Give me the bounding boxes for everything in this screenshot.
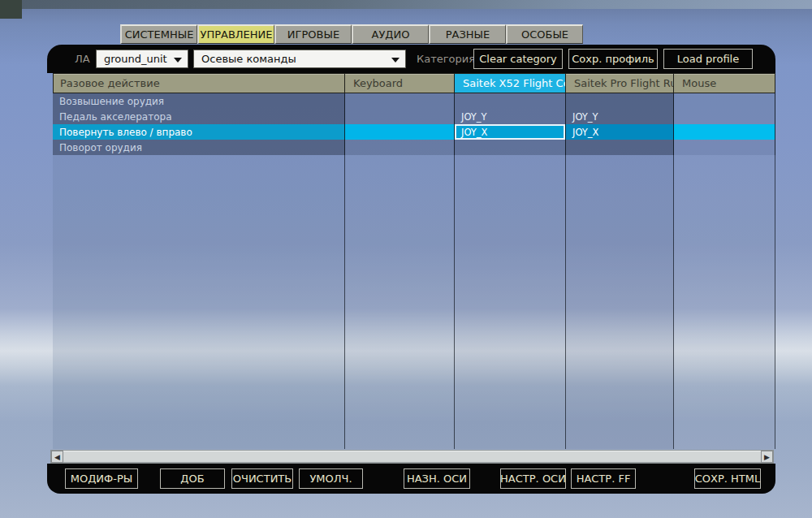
options-tab-bar: СИСТЕМНЫЕ УПРАВЛЕНИЕ ИГРОВЫЕ АУДИО РАЗНЫ… <box>120 24 583 44</box>
mouse-cell[interactable] <box>674 109 775 124</box>
bottom-action-bar: МОДИФ-РЫ ДОБ ОЧИСТИТЬ УМОЛЧ. НАЗН. ОСИ Н… <box>47 464 775 494</box>
aircraft-select-value: ground_unit <box>104 53 167 65</box>
scroll-left-button[interactable]: ◀ <box>51 451 63 463</box>
default-button[interactable]: УМОЛЧ. <box>299 468 363 489</box>
mouse-cell[interactable] <box>674 93 775 109</box>
tab-system[interactable]: СИСТЕМНЫЕ <box>120 24 197 44</box>
background-top-strip <box>0 0 812 9</box>
mouse-cell[interactable] <box>674 124 775 140</box>
scroll-right-button[interactable]: ▶ <box>761 451 773 463</box>
column-header-keyboard[interactable]: Keyboard <box>345 73 455 93</box>
add-button[interactable]: ДОБ <box>160 468 225 489</box>
horizontal-scrollbar[interactable]: ◀ ▶ <box>50 450 774 464</box>
tab-special[interactable]: ОСОБЫЕ <box>506 24 583 44</box>
action-cell[interactable]: Возвышение орудия <box>53 93 345 109</box>
aircraft-select[interactable]: ground_unit <box>96 50 188 68</box>
bindings-table-body: Возвышение орудия Педаль акселератора JO… <box>53 93 775 449</box>
category-select-value: Осевые команды <box>201 53 296 65</box>
scrollbar-thumb[interactable] <box>63 451 761 463</box>
keyboard-cell[interactable] <box>345 140 455 155</box>
keyboard-cell[interactable] <box>345 109 455 124</box>
table-row[interactable]: Поворот орудия <box>53 140 775 155</box>
bindings-table-header: Разовое действие Keyboard Saitek X52 Fli… <box>53 73 775 93</box>
empty-column <box>345 155 455 449</box>
table-row[interactable]: Педаль акселератора JOY_Y JOY_Y <box>53 109 775 124</box>
column-header-mouse[interactable]: Mouse <box>674 73 775 93</box>
action-cell[interactable]: Поворот орудия <box>53 140 345 155</box>
tune-axis-button[interactable]: НАСТР. ОСИ <box>500 468 566 489</box>
category-select[interactable]: Осевые команды <box>193 50 406 68</box>
action-cell[interactable]: Повернуть влево / вправо <box>53 124 345 140</box>
clear-category-button[interactable]: Clear category <box>473 49 563 69</box>
keyboard-cell[interactable] <box>345 93 455 109</box>
save-profile-button[interactable]: Сохр. профиль <box>568 49 658 69</box>
saitek-pro-cell[interactable] <box>566 93 674 109</box>
column-header-saitek-pro[interactable]: Saitek Pro Flight Rud <box>566 73 674 93</box>
modifiers-button[interactable]: МОДИФ-РЫ <box>65 468 138 489</box>
column-header-action[interactable]: Разовое действие <box>53 73 345 93</box>
table-row[interactable]: Возвышение орудия <box>53 93 775 109</box>
chevron-down-icon <box>174 58 182 63</box>
saitek-x52-cell[interactable]: JOY_Y <box>455 109 566 124</box>
tab-misc[interactable]: РАЗНЫЕ <box>429 24 506 44</box>
column-header-saitek-x52[interactable]: Saitek X52 Flight Co <box>455 73 566 93</box>
load-profile-button[interactable]: Load profile <box>663 49 753 69</box>
tab-gameplay[interactable]: ИГРОВЫЕ <box>274 24 352 44</box>
saitek-pro-cell[interactable]: JOY_X <box>566 124 674 140</box>
table-empty-area <box>53 155 775 449</box>
keyboard-cell[interactable] <box>345 124 455 140</box>
empty-column <box>566 155 674 449</box>
saitek-pro-cell[interactable] <box>566 140 674 155</box>
aircraft-label: ЛА <box>75 53 90 65</box>
empty-column <box>455 155 566 449</box>
empty-column <box>674 155 775 449</box>
clear-button[interactable]: ОЧИСТИТЬ <box>231 468 293 489</box>
mouse-cell[interactable] <box>674 140 775 155</box>
saitek-x52-cell-focused[interactable]: JOY_X <box>455 124 566 140</box>
empty-column <box>53 155 345 449</box>
assign-axis-button[interactable]: НАЗН. ОСИ <box>404 468 470 489</box>
saitek-pro-cell[interactable]: JOY_Y <box>566 109 674 124</box>
background-corner-block <box>0 0 22 19</box>
saitek-x52-cell[interactable] <box>455 93 566 109</box>
tab-audio[interactable]: АУДИО <box>352 24 429 44</box>
category-label: Категория <box>417 53 475 65</box>
chevron-down-icon <box>391 58 400 63</box>
tab-controls[interactable]: УПРАВЛЕНИЕ <box>197 24 274 44</box>
tune-ff-button[interactable]: НАСТР. FF <box>571 468 636 489</box>
save-html-button[interactable]: СОХР. HTML <box>694 468 761 489</box>
table-row-selected[interactable]: Повернуть влево / вправо JOY_X JOY_X <box>53 124 775 140</box>
action-cell[interactable]: Педаль акселератора <box>53 109 345 124</box>
saitek-x52-cell[interactable] <box>455 140 566 155</box>
controls-toolbar: ЛА ground_unit Осевые команды Категория … <box>47 45 775 73</box>
